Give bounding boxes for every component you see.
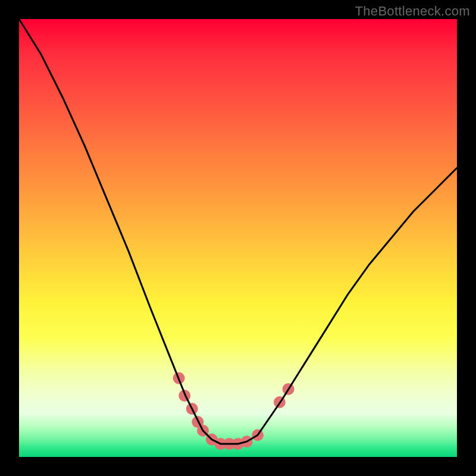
bottleneck-curve [19, 19, 457, 444]
plot-area [19, 19, 457, 457]
chart-overlay [19, 19, 457, 457]
outer-frame: TheBottleneck.com [0, 0, 476, 476]
watermark-text: TheBottleneck.com [355, 4, 470, 19]
highlight-marker-group [173, 372, 295, 450]
